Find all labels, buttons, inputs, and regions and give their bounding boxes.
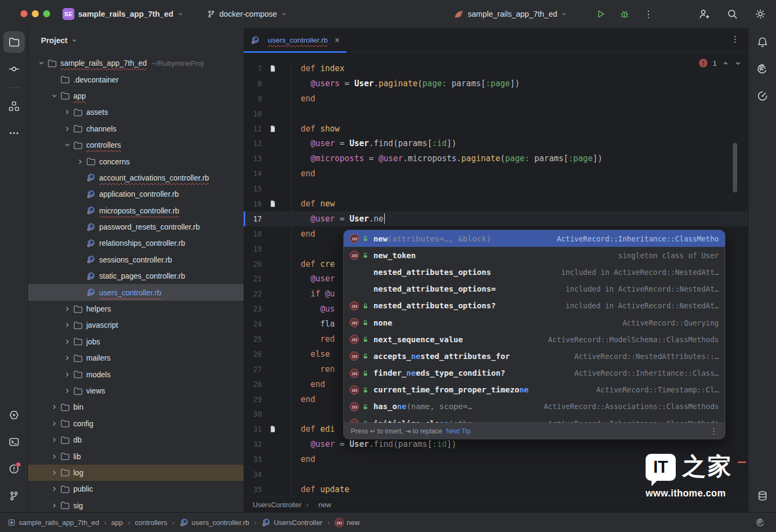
line-number[interactable]: 31 [244,425,262,433]
line-number[interactable]: 24 [244,320,262,328]
debug-button[interactable] [616,6,633,22]
tree-item-config[interactable]: config [28,416,244,432]
chevron-right-icon[interactable] [61,125,73,133]
project-panel-header[interactable]: Project [28,28,244,53]
status-breadcrumb-app[interactable]: app [111,519,123,527]
tree-item-concerns[interactable]: concerns [28,153,244,169]
tree-item-assets[interactable]: assets [28,104,244,120]
line-number[interactable]: 13 [244,154,262,163]
chevron-down-icon[interactable] [48,92,60,100]
chevron-down-icon[interactable] [61,141,73,149]
line-number[interactable]: 16 [244,199,262,208]
editor-breadcrumb-userscontroller[interactable]: UsersController [253,501,301,509]
code-line-14[interactable]: 14 end [244,166,748,181]
editor-scrollbar[interactable] [733,143,737,192]
settings-button[interactable] [752,6,768,22]
line-number[interactable]: 14 [244,169,262,178]
close-tab-icon[interactable]: × [335,36,340,45]
completion-item-new[interactable]: mnew(attributes=…, &block)ActiveRecord::… [344,230,725,247]
code-line-9[interactable]: 9 end [244,91,748,106]
completion-item-nested-attributes-options[interactable]: nested_attributes_options=included in Ac… [344,281,725,298]
chevron-right-icon[interactable] [48,403,60,411]
tree-item-javascript[interactable]: javascript [28,317,244,333]
code-vision-icon[interactable] [269,200,276,208]
tree-item-models[interactable]: models [28,366,244,382]
tree-item-app[interactable]: app [28,88,244,104]
tree-item-log[interactable]: log [28,465,244,481]
chevron-down-icon[interactable] [735,60,742,67]
line-number[interactable]: 29 [244,395,262,404]
chevron-down-icon[interactable] [36,59,47,67]
status-breadcrumb-users-controller-rb[interactable]: users_controller.rb [179,518,250,527]
code-line-16[interactable]: 16 def new [244,196,748,211]
chevron-right-icon[interactable] [61,305,73,313]
completion-item-accepts-nested-attributes-for[interactable]: maccepts_nested_attributes_forActiveReco… [344,348,725,364]
tree-item-sig[interactable]: sig [28,498,244,512]
commit-tool-button[interactable] [3,58,25,80]
close-window-button[interactable] [20,10,27,17]
code-with-me-button[interactable] [696,6,712,22]
terminal-tool-button[interactable] [3,431,25,453]
tab-options-icon[interactable]: ⋮ [731,35,739,44]
completion-item-has-one[interactable]: mhas_one(name, scope=…ActiveRecord::Asso… [344,398,725,415]
structure-tool-button[interactable] [3,95,25,117]
chevron-right-icon[interactable] [48,436,60,444]
completion-item-new-token[interactable]: mnew_tokensingleton class of User [344,247,725,264]
tree-item-application-controller-rb[interactable]: application_controller.rb [28,186,244,202]
code-line-13[interactable]: 13 @microposts = @user.microposts.pagina… [244,151,748,166]
line-number[interactable]: 25 [244,335,262,343]
status-breadcrumb-sample-rails-app-7th-ed[interactable]: sample_rails_app_7th_ed [8,519,99,527]
line-number[interactable]: 26 [244,350,262,358]
completion-item-initialize-clone[interactable]: minitialize_clone(otheActiveRecord::Inhe… [344,415,725,423]
chevron-right-icon[interactable] [61,337,73,346]
tree-item-helpers[interactable]: helpers [28,301,244,317]
chevron-right-icon[interactable] [61,321,73,329]
database-tool-button[interactable] [752,485,773,507]
line-number[interactable]: 10 [244,109,262,118]
tree-item-devcontainer[interactable]: .devcontainer [28,71,244,87]
tree-item-microposts-controller-rb[interactable]: microposts_controller.rb [28,203,244,219]
coverage-target-tool-button[interactable] [752,85,773,107]
project-widget[interactable]: SE sample_rails_app_7th_ed [63,0,184,28]
code-line-17[interactable]: 17 @user = User.ne [244,211,748,226]
editor-tab-users-controller[interactable]: users_controller.rb × [244,28,347,52]
tree-item-bin[interactable]: bin [28,399,244,415]
chevron-right-icon[interactable] [61,370,73,379]
tree-item-relationships-controller-rb[interactable]: relationships_controller.rb [28,235,244,251]
popup-menu-icon[interactable]: ⋮ [710,427,718,435]
status-breadcrumb-new[interactable]: mnew [335,518,360,527]
git-branch-tool-button[interactable] [3,485,25,507]
tree-item-mailers[interactable]: mailers [28,350,244,366]
zoom-window-button[interactable] [43,10,50,17]
code-line-8[interactable]: 8 @users = User.paginate(page: params[:p… [244,76,748,91]
run-button[interactable] [593,6,609,22]
chevron-right-icon[interactable] [48,452,60,461]
tree-item-account-activations-controller-rb[interactable]: account_activations_controller.rb [28,170,244,186]
tree-item-views[interactable]: views [28,383,244,399]
line-number[interactable]: 28 [244,380,262,389]
line-number[interactable]: 12 [244,139,262,148]
completion-item-finder-needs-type-condition[interactable]: mfinder_needs_type_condition?ActiveRecor… [344,365,725,382]
tree-item-public[interactable]: public [28,481,244,497]
line-number[interactable]: 15 [244,184,262,193]
chevron-right-icon[interactable] [74,157,86,166]
completion-item-current-time-from-proper-timezone[interactable]: mcurrent_time_from_proper_timezoneActive… [344,382,725,398]
chevron-right-icon[interactable] [61,354,73,362]
services-run-tool-button[interactable] [3,404,25,426]
tree-item-jobs[interactable]: jobs [28,334,244,350]
editor-breadcrumb-new[interactable]: new [318,501,331,509]
line-number[interactable]: 20 [244,260,262,268]
code-line-7[interactable]: 7 def index [244,61,748,76]
line-number[interactable]: 8 [244,79,262,88]
tree-item-controllers[interactable]: controllers [28,137,244,153]
tree-item-db[interactable]: db [28,432,244,448]
tree-item-static-pages-controller-rb[interactable]: static_pages_controller.rb [28,268,244,284]
code-line-15[interactable]: 15 [244,181,748,196]
code-vision-icon[interactable] [269,65,276,72]
tree-item-channels[interactable]: channels [28,121,244,137]
chevron-right-icon[interactable] [48,419,60,428]
line-number[interactable]: 19 [244,245,262,253]
line-number[interactable]: 21 [244,274,262,283]
vcs-branch-widget[interactable]: docker-compose [207,0,287,28]
status-breadcrumb-controllers[interactable]: controllers [135,519,167,527]
